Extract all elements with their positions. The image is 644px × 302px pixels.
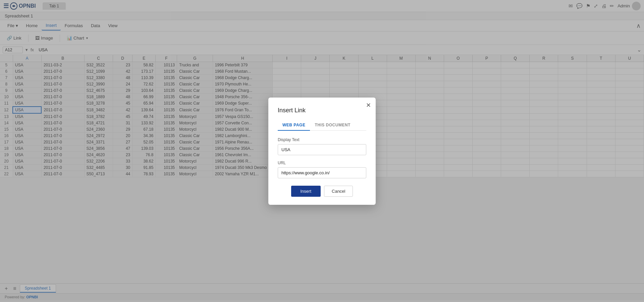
url-field: URL <box>278 161 366 178</box>
dialog-tab-doc[interactable]: THIS DOCUMENT <box>310 120 355 131</box>
dialog-overlay[interactable]: Insert Link ✕ WEB PAGE THIS DOCUMENT Dis… <box>0 0 644 302</box>
display-text-input[interactable] <box>278 144 366 155</box>
dialog-close-button[interactable]: ✕ <box>366 102 371 108</box>
insert-link-dialog: Insert Link ✕ WEB PAGE THIS DOCUMENT Dis… <box>268 98 376 205</box>
dialog-title: Insert Link <box>278 107 366 114</box>
cancel-button[interactable]: Cancel <box>324 186 353 197</box>
insert-button[interactable]: Insert <box>291 186 321 197</box>
dialog-tab-web[interactable]: WEB PAGE <box>278 120 310 131</box>
url-input[interactable] <box>278 167 366 178</box>
dialog-tabs: WEB PAGE THIS DOCUMENT <box>278 120 366 131</box>
dialog-actions: Insert Cancel <box>278 186 366 197</box>
url-label: URL <box>278 161 366 165</box>
display-text-label: Display Text <box>278 137 366 142</box>
display-text-field: Display Text <box>278 137 366 155</box>
